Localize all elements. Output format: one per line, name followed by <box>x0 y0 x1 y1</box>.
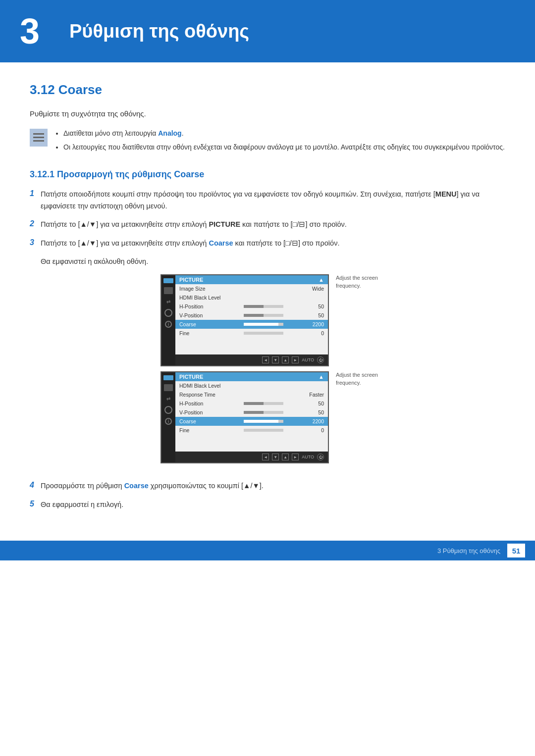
side-note-1: Adjust the screen frequency. <box>336 274 385 290</box>
monitor-screen-1: ⇄ i PICTURE ▲ Image Size Wide <box>160 274 329 366</box>
screenshot-row-2: ⇄ i PICTURE ▲ HDMI Black Level <box>160 371 385 463</box>
screenshots-container: ⇄ i PICTURE ▲ Image Size Wide <box>41 274 505 468</box>
sidebar-icon-monitor2 <box>163 375 173 380</box>
footer-text: 3 Ρύθμιση της οθόνης <box>437 547 500 554</box>
monitor-bottom-bar-2: ◄ ▼ ▲ ► AUTO ⏻ <box>161 452 328 462</box>
chapter-title: Ρύθμιση της οθόνης <box>69 21 249 42</box>
note-icon <box>30 129 48 147</box>
monitor-row2-response: Response Time Faster <box>175 390 328 399</box>
sidebar-icon-gear <box>164 309 172 317</box>
monitor-sidebar-2: ⇄ i <box>161 372 175 462</box>
subsection-heading: 3.12.1 Προσαρμογή της ρύθμισης Coarse <box>30 169 505 180</box>
monitor-menu-title-1: PICTURE ▲ <box>175 275 328 284</box>
footer-page-number: 51 <box>507 544 525 557</box>
monitor-row2-coarse: Coarse 2200 <box>175 417 328 426</box>
sidebar-icon-lines2 <box>164 384 173 391</box>
content-area: 3.12 Coarse Ρυθμίστε τη συχνότητα της οθ… <box>0 82 535 511</box>
sidebar-icon-arrows: ⇄ <box>164 298 173 305</box>
sidebar-icon-info2: i <box>165 418 172 425</box>
page-footer: 3 Ρύθμιση της οθόνης 51 <box>0 541 535 560</box>
monitor-main-1: PICTURE ▲ Image Size Wide HDMI Black Lev… <box>175 275 328 354</box>
monitor-row2-vpos: V-Position 50 <box>175 408 328 417</box>
screen-follow-text: Θα εμφανιστεί η ακόλουθη οθόνη. <box>41 257 505 265</box>
note-box: Διατίθεται μόνο στη λειτουργία Analog. Ο… <box>30 128 505 155</box>
sidebar-icon-monitor <box>163 278 173 283</box>
monitor-row-fine: Fine 0 <box>175 329 328 338</box>
page-header: 3 Ρύθμιση της οθόνης <box>0 0 535 62</box>
chapter-number: 3 <box>0 9 59 53</box>
svg-rect-2 <box>33 140 44 142</box>
section-heading: 3.12 Coarse <box>30 82 505 98</box>
monitor-row-hdmi: HDMI Black Level <box>175 293 328 302</box>
monitor-row-hpos: H-Position 50 <box>175 302 328 311</box>
monitor-bottom-bar-1: ◄ ▼ ▲ ► AUTO ⏻ <box>161 354 328 365</box>
side-note-2: Adjust the screen frequency. <box>336 371 385 387</box>
monitor-screen-2: ⇄ i PICTURE ▲ HDMI Black Level <box>160 371 329 463</box>
sidebar-icon-arrows2: ⇄ <box>164 395 173 402</box>
step-4: 4 Προσαρμόστε τη ρύθμιση Coarse χρησιμοπ… <box>30 480 505 492</box>
monitor-row2-hpos: H-Position 50 <box>175 399 328 408</box>
step-5: 5 Θα εφαρμοστεί η επιλογή. <box>30 499 505 511</box>
note-list: Διατίθεται μόνο στη λειτουργία Analog. Ο… <box>54 128 505 155</box>
monitor-menu-title-2: PICTURE ▲ <box>175 372 328 381</box>
sidebar-icon-info: i <box>165 321 172 328</box>
svg-rect-1 <box>33 137 44 138</box>
note-item-1: Διατίθεται μόνο στη λειτουργία Analog. <box>63 128 505 140</box>
monitor-row-imagesize: Image Size Wide <box>175 284 328 293</box>
svg-rect-0 <box>33 133 44 135</box>
monitor-row-coarse: Coarse 2200 <box>175 320 328 329</box>
note-item-2: Οι λειτουργίες που διατίθενται στην οθόν… <box>63 142 505 153</box>
section-intro: Ρυθμίστε τη συχνότητα της οθόνης. <box>30 109 505 118</box>
monitor-sidebar-1: ⇄ i <box>161 275 175 365</box>
screenshot-row-1: ⇄ i PICTURE ▲ Image Size Wide <box>160 274 385 366</box>
sidebar-icon-gear2 <box>164 406 172 414</box>
steps-list-2: 4 Προσαρμόστε τη ρύθμιση Coarse χρησιμοπ… <box>30 480 505 511</box>
step-1: 1 Πατήστε οποιοδήποτε κουμπί στην πρόσοψ… <box>30 189 505 212</box>
monitor-main-2: PICTURE ▲ HDMI Black Level Response Time… <box>175 372 328 452</box>
step-2: 2 Πατήστε το [▲/▼] για να μετακινηθείτε … <box>30 219 505 231</box>
monitor-row2-fine: Fine 0 <box>175 426 328 435</box>
step-3: 3 Πατήστε το [▲/▼] για να μετακινηθείτε … <box>30 238 505 250</box>
monitor-row-vpos: V-Position 50 <box>175 311 328 320</box>
monitor-row2-hdmi: HDMI Black Level <box>175 381 328 390</box>
sidebar-icon-lines <box>164 287 173 294</box>
steps-list: 1 Πατήστε οποιοδήποτε κουμπί στην πρόσοψ… <box>30 189 505 250</box>
